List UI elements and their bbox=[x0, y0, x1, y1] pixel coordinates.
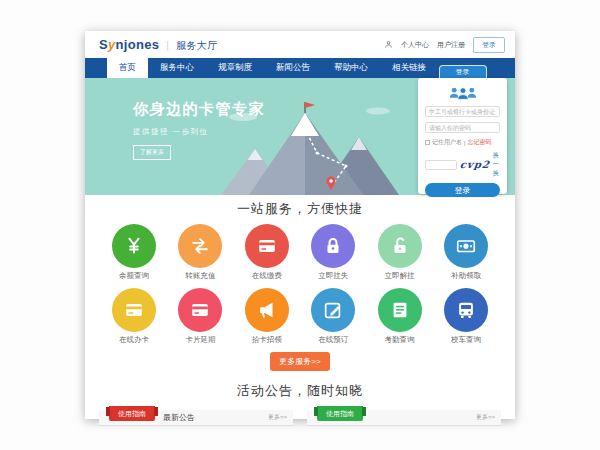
login-submit-button[interactable]: 登录 bbox=[425, 183, 500, 197]
announcement-panel-right: 使用指南 更多>> bbox=[307, 410, 501, 426]
personal-center-link[interactable]: 个人中心 bbox=[401, 40, 429, 50]
nav-item-home[interactable]: 首页 bbox=[107, 58, 148, 78]
service-lost-found[interactable]: 拾卡招领 bbox=[238, 288, 296, 345]
header-login-button[interactable]: 登录 bbox=[473, 37, 505, 53]
announcements-title: 活动公告，随时知晓 bbox=[85, 382, 515, 400]
announcement-panels: 使用指南 最新公告 更多>> 使用指南 更多>> bbox=[85, 410, 515, 426]
bank-card-icon[interactable] bbox=[245, 224, 289, 268]
services-row-2: 在线办卡 卡片延期 拾卡招领 在线预订 bbox=[85, 288, 515, 345]
login-form: 记住用户名 | 忘记密码 cvp2 换一换 登录 bbox=[418, 78, 507, 194]
ribbon-tab-guide[interactable]: 使用指南 bbox=[317, 406, 363, 421]
lock-closed-icon[interactable] bbox=[311, 224, 355, 268]
forgot-password-link[interactable]: 忘记密码 bbox=[468, 138, 492, 147]
logo-text: S bbox=[99, 37, 108, 52]
captcha-image[interactable]: cvp2 bbox=[459, 159, 490, 170]
service-subsidy[interactable]: 补助领取 bbox=[437, 224, 495, 281]
hero-subtitle: 提供捷径 一步到位 bbox=[133, 127, 265, 137]
banknote-icon[interactable] bbox=[444, 224, 488, 268]
megaphone-icon[interactable] bbox=[245, 288, 289, 332]
logo-divider: | bbox=[166, 40, 169, 51]
logo[interactable]: Synjones | 服务大厅 bbox=[99, 37, 217, 53]
remember-checkbox[interactable] bbox=[425, 140, 430, 145]
service-transfer[interactable]: 转账充值 bbox=[171, 224, 229, 281]
password-input[interactable] bbox=[425, 122, 500, 133]
services-title: 一站服务，方便快捷 bbox=[85, 200, 515, 218]
users-group-icon bbox=[447, 85, 479, 101]
service-balance[interactable]: 余额查询 bbox=[105, 224, 163, 281]
header-right: 个人中心 用户注册 登录 bbox=[384, 37, 505, 53]
hero-text: 你身边的卡管专家 提供捷径 一步到位 了解更多 bbox=[133, 100, 265, 160]
more-link[interactable]: 更多>> bbox=[268, 413, 287, 422]
options-separator: | bbox=[464, 140, 466, 146]
lock-open-icon[interactable] bbox=[378, 224, 422, 268]
user-icon bbox=[384, 40, 393, 49]
services-row-1: 余额查询 转账充值 在线缴费 立即挂失 bbox=[85, 224, 515, 281]
hero-title: 你身边的卡管专家 bbox=[133, 100, 265, 119]
bank-card-icon[interactable] bbox=[178, 288, 222, 332]
login-tab[interactable]: 登录 bbox=[439, 65, 487, 78]
login-panel: 登录 记住用户名 | 忘记密码 cvp2 换一换 bbox=[418, 65, 507, 194]
product-name: 服务大厅 bbox=[176, 39, 217, 53]
announcements-section: 活动公告，随时知晓 使用指南 最新公告 更多>> 使用指南 更多>> bbox=[85, 382, 515, 426]
logo-text-rest: njones bbox=[116, 37, 160, 52]
bus-icon[interactable] bbox=[444, 288, 488, 332]
remember-label[interactable]: 记住用户名 bbox=[432, 138, 462, 147]
more-link[interactable]: 更多>> bbox=[476, 413, 495, 422]
list-icon[interactable] bbox=[378, 288, 422, 332]
page: Synjones | 服务大厅 个人中心 用户注册 登录 首页 服务中心 规章制… bbox=[85, 31, 515, 419]
yen-icon[interactable] bbox=[112, 224, 156, 268]
service-card-extension[interactable]: 卡片延期 bbox=[171, 288, 229, 345]
more-services-button[interactable]: 更多服务>> bbox=[270, 352, 329, 371]
nav-item-service-center[interactable]: 服务中心 bbox=[148, 58, 206, 78]
announcement-panel-left: 使用指南 最新公告 更多>> bbox=[99, 410, 293, 426]
service-report-loss[interactable]: 立即挂失 bbox=[304, 224, 362, 281]
captcha-input[interactable] bbox=[425, 160, 457, 170]
compose-icon[interactable] bbox=[311, 288, 355, 332]
captcha-refresh-link[interactable]: 换一换 bbox=[493, 151, 500, 178]
service-attendance[interactable]: 考勤查询 bbox=[371, 288, 429, 345]
captcha-row: cvp2 换一换 bbox=[425, 151, 500, 178]
site-header: Synjones | 服务大厅 个人中心 用户注册 登录 bbox=[85, 31, 515, 58]
nav-item-rules[interactable]: 规章制度 bbox=[206, 58, 264, 78]
bank-card-icon[interactable] bbox=[112, 288, 156, 332]
services-section: 一站服务，方便快捷 余额查询 转账充值 在线缴费 bbox=[85, 195, 515, 371]
logo-accent: y bbox=[108, 37, 116, 52]
service-online-payment[interactable]: 在线缴费 bbox=[238, 224, 296, 281]
service-cancel-loss[interactable]: 立即解挂 bbox=[371, 224, 429, 281]
username-input[interactable] bbox=[425, 106, 500, 117]
login-options-row: 记住用户名 | 忘记密码 bbox=[425, 138, 500, 147]
service-school-bus[interactable]: 校车查询 bbox=[437, 288, 495, 345]
ribbon-tab-guide[interactable]: 使用指南 bbox=[109, 406, 155, 421]
user-register-link[interactable]: 用户注册 bbox=[437, 40, 465, 50]
nav-item-help[interactable]: 帮助中心 bbox=[322, 58, 380, 78]
transfer-arrows-icon[interactable] bbox=[178, 224, 222, 268]
nav-item-news[interactable]: 新闻公告 bbox=[264, 58, 322, 78]
hero-cta-button[interactable]: 了解更多 bbox=[133, 145, 171, 160]
tab-latest-announcements[interactable]: 最新公告 bbox=[163, 412, 195, 423]
hero-banner: 你身边的卡管专家 提供捷径 一步到位 了解更多 登录 bbox=[85, 78, 515, 195]
service-apply-card[interactable]: 在线办卡 bbox=[105, 288, 163, 345]
service-online-booking[interactable]: 在线预订 bbox=[304, 288, 362, 345]
